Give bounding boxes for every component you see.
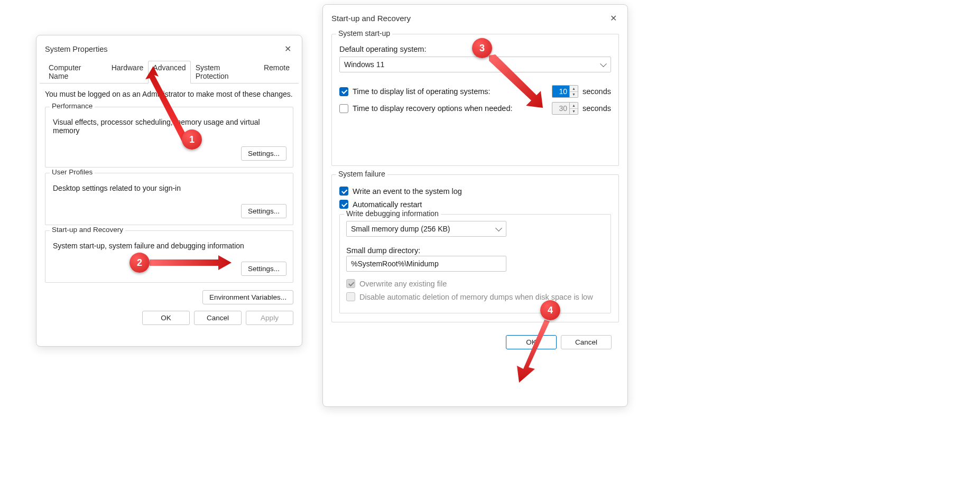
- tab-advanced[interactable]: Advanced: [148, 61, 190, 84]
- performance-legend: Performance: [50, 102, 95, 110]
- group-startup-recovery: Start-up and Recovery System start-up, s…: [45, 230, 293, 283]
- chevron-down-icon: ▼: [570, 109, 578, 115]
- time-list-label: Time to display list of operating system…: [353, 87, 491, 96]
- callout-badge-2: 2: [130, 253, 150, 273]
- chevron-down-icon[interactable]: ▼: [570, 92, 578, 98]
- write-event-label: Write an event to the system log: [353, 187, 462, 196]
- overwrite-row: Overwrite any existing file: [346, 279, 604, 288]
- userprofiles-legend: User Profiles: [50, 168, 95, 176]
- time-recovery-spinner: ▲▼: [552, 102, 578, 115]
- tab-remote[interactable]: Remote: [259, 61, 294, 84]
- time-recovery-row: Time to display recovery options when ne…: [339, 102, 611, 115]
- performance-desc: Visual effects, processor scheduling, me…: [52, 113, 286, 138]
- time-list-input[interactable]: [552, 85, 570, 98]
- startup-recovery-desc: System start-up, system failure and debu…: [52, 236, 286, 253]
- group-performance: Performance Visual effects, processor sc…: [45, 107, 293, 168]
- dump-dir-input[interactable]: [346, 256, 506, 272]
- sysprop-intro: You must be logged on as an Administrato…: [36, 84, 302, 101]
- group-user-profiles: User Profiles Desktop settings related t…: [45, 173, 293, 225]
- callout-badge-4: 4: [540, 300, 560, 320]
- sysprop-title: System Properties: [45, 45, 107, 53]
- time-recovery-input: [552, 102, 570, 115]
- startup-title: Start-up and Recovery: [331, 14, 411, 23]
- chevron-up-icon: ▲: [570, 103, 578, 109]
- disable-auto-delete-label: Disable automatic deletion of memory dum…: [359, 293, 593, 301]
- sysprop-tabs: Computer Name Hardware Advanced System P…: [40, 60, 299, 84]
- env-variables-button[interactable]: Environment Variables...: [202, 290, 293, 304]
- debug-type-select[interactable]: Small memory dump (256 KB): [346, 221, 506, 237]
- time-list-row: Time to display list of operating system…: [339, 85, 611, 98]
- sysprop-ok-button[interactable]: OK: [142, 311, 190, 325]
- write-event-checkbox[interactable]: [339, 187, 348, 196]
- startup-recovery-settings-button[interactable]: Settings...: [241, 262, 286, 276]
- startup-button-row: OK Cancel: [323, 331, 627, 357]
- startup-titlebar: Start-up and Recovery ✕: [323, 5, 627, 30]
- dump-dir-label: Small dump directory:: [346, 246, 604, 255]
- tab-system-protection[interactable]: System Protection: [191, 61, 259, 84]
- debug-legend: Write debugging information: [344, 209, 441, 218]
- tab-hardware[interactable]: Hardware: [107, 61, 149, 84]
- time-list-spinner: ▲▼: [552, 85, 578, 98]
- tab-computer-name[interactable]: Computer Name: [44, 61, 107, 84]
- time-recovery-label: Time to display recovery options when ne…: [353, 104, 513, 113]
- system-startup-legend: System start-up: [336, 29, 392, 38]
- close-icon[interactable]: ✕: [282, 42, 293, 56]
- debug-select-wrap: Small memory dump (256 KB): [346, 221, 506, 237]
- time-recovery-spin-buttons: ▲▼: [570, 102, 578, 115]
- fieldset-system-failure: System failure Write an event to the sys…: [331, 174, 619, 322]
- time-list-spin-buttons[interactable]: ▲▼: [570, 85, 578, 98]
- chevron-up-icon[interactable]: ▲: [570, 86, 578, 92]
- seconds-label: seconds: [583, 104, 611, 113]
- disable-auto-delete-checkbox: [346, 292, 355, 301]
- auto-restart-checkbox[interactable]: [339, 200, 348, 209]
- auto-restart-label: Automatically restart: [353, 200, 422, 209]
- startup-recovery-window: Start-up and Recovery ✕ System start-up …: [322, 4, 628, 407]
- time-recovery-checkbox[interactable]: [339, 104, 348, 113]
- startup-cancel-button[interactable]: Cancel: [561, 335, 612, 349]
- system-properties-window: System Properties ✕ Computer Name Hardwa…: [36, 35, 302, 347]
- callout-badge-1: 1: [182, 129, 202, 150]
- userprofiles-settings-button[interactable]: Settings...: [241, 204, 286, 218]
- performance-settings-button[interactable]: Settings...: [241, 146, 286, 161]
- seconds-label: seconds: [583, 87, 611, 96]
- startup-ok-button[interactable]: OK: [506, 335, 557, 349]
- default-os-select-wrap: Windows 11: [339, 57, 611, 72]
- default-os-select[interactable]: Windows 11: [339, 57, 611, 72]
- time-list-checkbox[interactable]: [339, 87, 348, 96]
- startup-recovery-legend: Start-up and Recovery: [50, 226, 125, 234]
- callout-badge-3: 3: [472, 38, 492, 58]
- userprofiles-desc: Desktop settings related to your sign-in: [52, 179, 286, 196]
- disable-auto-delete-row: Disable automatic deletion of memory dum…: [346, 292, 604, 301]
- sysprop-button-row: OK Cancel Apply: [36, 307, 302, 332]
- write-debug-info-group: Write debugging information Small memory…: [339, 214, 611, 313]
- overwrite-checkbox: [346, 279, 355, 288]
- write-event-row: Write an event to the system log: [339, 187, 611, 196]
- sysprop-apply-button[interactable]: Apply: [246, 311, 293, 325]
- overwrite-label: Overwrite any existing file: [359, 280, 447, 288]
- close-icon[interactable]: ✕: [608, 11, 619, 25]
- system-failure-legend: System failure: [336, 170, 387, 178]
- auto-restart-row: Automatically restart: [339, 200, 611, 209]
- sysprop-cancel-button[interactable]: Cancel: [194, 311, 242, 325]
- sysprop-titlebar: System Properties ✕: [36, 35, 302, 60]
